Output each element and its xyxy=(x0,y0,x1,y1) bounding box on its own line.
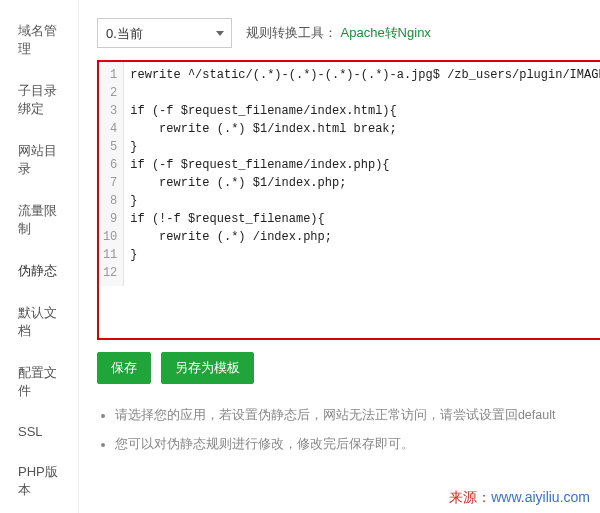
sidebar-item-2[interactable]: 网站目录 xyxy=(0,130,78,190)
source-attribution: 来源：www.aiyiliu.com xyxy=(449,489,590,507)
hint-item-1: 您可以对伪静态规则进行修改，修改完后保存即可。 xyxy=(115,435,600,454)
tool-label-wrap: 规则转换工具： Apache转Nginx xyxy=(246,24,431,42)
top-row: 0.当前 规则转换工具： Apache转Nginx xyxy=(97,18,600,48)
hints-list: 请选择您的应用，若设置伪静态后，网站无法正常访问，请尝试设置回default您可… xyxy=(97,406,600,454)
source-prefix: 来源： xyxy=(449,489,491,505)
template-select[interactable]: 0.当前 xyxy=(97,18,232,48)
sidebar-item-6[interactable]: 配置文件 xyxy=(0,352,78,412)
button-row: 保存 另存为模板 xyxy=(97,352,600,384)
sidebar-nav: 域名管理子目录绑定网站目录流量限制伪静态默认文档配置文件SSLPHP版本Tomc… xyxy=(0,0,79,513)
source-link[interactable]: www.aiyiliu.com xyxy=(491,489,590,505)
hint-item-0: 请选择您的应用，若设置伪静态后，网站无法正常访问，请尝试设置回default xyxy=(115,406,600,425)
main-content: 0.当前 规则转换工具： Apache转Nginx 12345678910111… xyxy=(79,0,600,513)
editor-code[interactable]: rewrite ^/static/(.*)-(.*)-(.*)-(.*)-a.j… xyxy=(124,62,600,286)
sidebar-item-0[interactable]: 域名管理 xyxy=(0,10,78,70)
sidebar-item-8[interactable]: PHP版本 xyxy=(0,451,78,511)
sidebar-item-4[interactable]: 伪静态 xyxy=(0,250,78,292)
sidebar-item-1[interactable]: 子目录绑定 xyxy=(0,70,78,130)
sidebar-item-3[interactable]: 流量限制 xyxy=(0,190,78,250)
save-as-template-button[interactable]: 另存为模板 xyxy=(161,352,254,384)
sidebar-item-7[interactable]: SSL xyxy=(0,412,78,451)
editor-gutter: 123456789101112 xyxy=(99,62,124,286)
tool-link-apache-nginx[interactable]: Apache转Nginx xyxy=(341,25,431,40)
code-editor[interactable]: 123456789101112 rewrite ^/static/(.*)-(.… xyxy=(97,60,600,340)
save-button[interactable]: 保存 xyxy=(97,352,151,384)
sidebar-item-5[interactable]: 默认文档 xyxy=(0,292,78,352)
tool-label: 规则转换工具： xyxy=(246,25,337,40)
